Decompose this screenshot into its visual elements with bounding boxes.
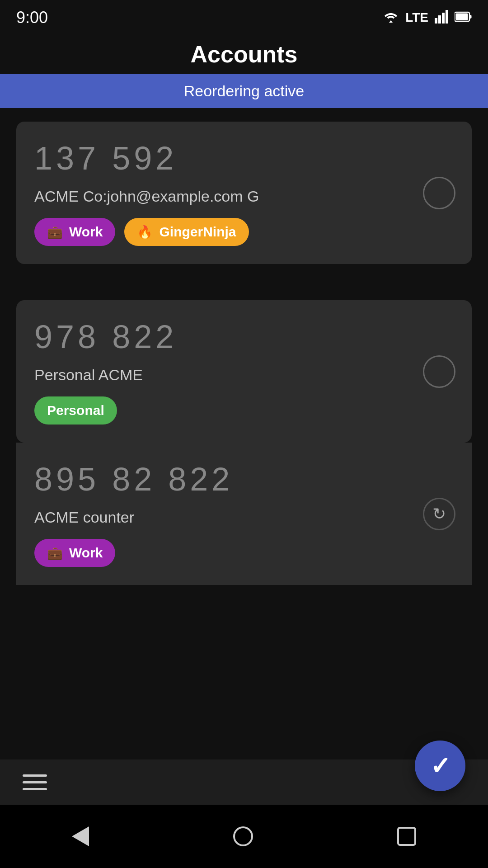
card-label-3: ACME counter [34,509,454,526]
account-card-3[interactable]: 895 82 822 ACME counter 💼 Work ↻ [16,443,472,585]
tag-personal-label: Personal [47,403,104,418]
briefcase-icon-3: 💼 [47,546,63,561]
card-tags-1: 💼 Work 🔥 GingerNinja [34,218,454,246]
tag-work-1-label: Work [69,224,103,240]
tag-work-1[interactable]: 💼 Work [34,218,115,246]
reordering-banner: Reordering active [0,74,488,108]
battery-icon [455,11,472,24]
spacer [16,264,472,300]
wifi-icon [383,10,399,25]
card-number-1: 137 592 [34,140,454,177]
page-title: Accounts [0,41,488,68]
header: Accounts [0,32,488,68]
hamburger-menu[interactable] [23,774,47,790]
briefcase-icon: 💼 [47,225,63,240]
lte-label: LTE [405,10,428,25]
refresh-icon: ↻ [432,505,446,524]
account-card-2[interactable]: 978 822 Personal ACME Personal [16,300,472,443]
hamburger-line-1 [23,774,47,777]
recents-icon [397,827,416,846]
svg-rect-1 [438,15,441,24]
svg-rect-5 [470,15,472,19]
status-bar: 9:00 LTE [0,0,488,32]
tag-work-3-label: Work [69,545,103,561]
nav-home-button[interactable] [233,826,253,846]
hamburger-line-2 [23,781,47,783]
card-number-2: 978 822 [34,318,454,355]
card-number-3: 895 82 822 [34,461,454,498]
account-card-1[interactable]: 137 592 ACME Co:john@example.com G 💼 Wor… [16,122,472,264]
home-icon [233,826,253,846]
svg-rect-2 [442,13,445,24]
nav-back-button[interactable] [72,826,89,846]
card-label-1: ACME Co:john@example.com G [34,188,454,205]
card-drag-handle-2[interactable] [423,355,455,388]
nav-recents-button[interactable] [397,827,416,846]
fire-icon: 🔥 [137,225,153,240]
card-drag-handle-1[interactable] [423,177,455,209]
tag-work-3[interactable]: 💼 Work [34,539,115,567]
content-area: 137 592 ACME Co:john@example.com G 💼 Wor… [0,108,488,599]
confirm-fab[interactable]: ✓ [415,741,465,791]
check-icon: ✓ [430,752,450,780]
card-refresh-handle-3[interactable]: ↻ [423,498,455,530]
status-icons: LTE [383,10,472,25]
tag-gingerninja[interactable]: 🔥 GingerNinja [124,218,249,246]
android-nav [0,805,488,868]
svg-rect-3 [446,10,448,24]
card-tags-2: Personal [34,396,454,425]
tag-gingerninja-label: GingerNinja [159,224,236,240]
card-label-2: Personal ACME [34,366,454,384]
back-icon [72,826,89,846]
reordering-text: Reordering active [184,82,304,99]
svg-rect-6 [456,14,468,20]
svg-rect-0 [435,18,437,24]
signal-icon [435,10,448,25]
card-tags-3: 💼 Work [34,539,454,567]
tag-personal[interactable]: Personal [34,396,117,425]
status-time: 9:00 [16,8,48,27]
hamburger-line-3 [23,788,47,790]
